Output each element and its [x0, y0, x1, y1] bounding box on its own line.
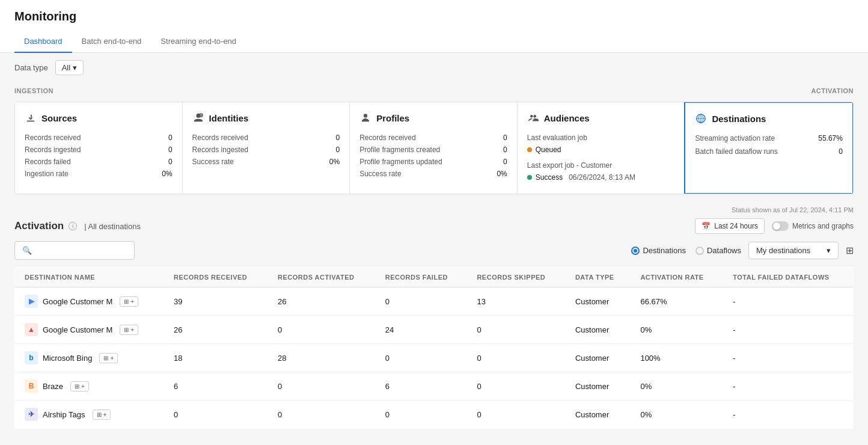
success-time: 06/26/2024, 8:13 AM [569, 173, 635, 182]
svg-point-4 [533, 115, 536, 118]
dest-name: Airship Tags [43, 410, 85, 419]
records-activated: 0 [268, 400, 376, 429]
total-failed-dataflows: - [723, 316, 853, 344]
sources-received-value: 0 [168, 134, 173, 142]
plus-icon: + [81, 383, 85, 390]
dest-name: Google Customer M [43, 325, 112, 334]
toolbar: Data type All ▾ [0, 53, 868, 82]
activation-title: Activation [14, 220, 64, 232]
metrics-toggle[interactable]: Metrics and graphs [772, 221, 854, 231]
identities-received-label: Records received [192, 134, 248, 142]
identities-rate-value: 0% [329, 158, 340, 166]
col-records-failed: RECORDS FAILED [376, 268, 468, 287]
dest-name: Microsoft Bing [43, 354, 92, 363]
destinations-card[interactable]: Destinations Streaming activation rate 5… [684, 102, 854, 194]
records-skipped: 0 [467, 400, 566, 429]
table-row[interactable]: ✈ Airship Tags ⊞ + 0 0 0 0 Customer 0% - [15, 400, 854, 429]
plus-icon: + [130, 298, 134, 305]
records-activated: 28 [268, 344, 376, 372]
sources-failed-label: Records failed [25, 158, 71, 166]
sources-icon [25, 112, 37, 124]
profiles-fragments-created-label: Profile fragments created [359, 146, 440, 154]
info-icon[interactable]: i [69, 222, 77, 230]
filter-icon: ⊞ [124, 327, 129, 333]
records-received: 26 [164, 316, 268, 344]
last-24-hours-button[interactable]: 📅 Last 24 hours [695, 218, 765, 234]
search-box[interactable]: 🔍 [14, 241, 135, 260]
plus-icon: + [103, 411, 107, 418]
tab-dashboard[interactable]: Dashboard [14, 31, 72, 53]
col-activation-rate: ACTIVATION RATE [631, 268, 723, 287]
sources-failed-value: 0 [168, 158, 173, 166]
dest-logo: B [25, 379, 38, 393]
records-failed: 0 [376, 287, 468, 316]
profiles-fragments-updated-value: 0 [503, 158, 507, 166]
records-activated: 0 [268, 372, 376, 400]
radio-destinations[interactable]: Destinations [631, 246, 686, 255]
profiles-title: Profiles [376, 113, 409, 123]
data-type: Customer [566, 372, 631, 400]
col-records-skipped: RECORDS SKIPPED [467, 268, 566, 287]
activation-label: ACTIVATION [811, 87, 854, 94]
dest-logo: ▶ [25, 295, 38, 308]
audiences-title: Audiences [544, 113, 590, 123]
activation-rate: 0% [631, 400, 723, 429]
my-destinations-dropdown[interactable]: My destinations ▾ [748, 242, 839, 259]
queued-status-text: Queued [536, 146, 561, 154]
destinations-radio-label: Destinations [643, 246, 686, 255]
audiences-card[interactable]: Audiences Last evaluation job Queued Las… [518, 102, 685, 194]
columns-icon[interactable]: ⊞ [846, 245, 854, 256]
identities-card[interactable]: Identities Records received 0 Records in… [183, 102, 350, 194]
dest-name-cell: b Microsoft Bing ⊞ + [25, 351, 154, 364]
filter-icon-button[interactable]: ⊞ + [93, 410, 111, 420]
records-received: 18 [164, 344, 268, 372]
queued-status-dot [527, 147, 532, 152]
destinations-radio-dot[interactable] [631, 247, 640, 255]
total-failed-dataflows: - [723, 372, 853, 400]
toggle-switch[interactable] [772, 221, 789, 231]
filter-icon-button[interactable]: ⊞ + [70, 381, 89, 391]
dataflows-radio-dot[interactable] [695, 247, 704, 255]
metrics-label: Metrics and graphs [792, 222, 854, 230]
tab-batch[interactable]: Batch end-to-end [72, 31, 151, 53]
destinations-table: DESTINATION NAME RECORDS RECEIVED RECORD… [14, 267, 854, 429]
profiles-fragments-created-value: 0 [503, 146, 507, 154]
table-row[interactable]: b Microsoft Bing ⊞ + 18 28 0 0 Customer … [15, 344, 854, 372]
page-title: Monitoring [14, 10, 854, 23]
total-failed-dataflows: - [723, 344, 853, 372]
col-total-failed: TOTAL FAILED DATAFLOWS [723, 268, 853, 287]
profiles-fragments-updated-label: Profile fragments updated [359, 158, 442, 166]
svg-point-3 [530, 115, 533, 118]
filter-icon: ⊞ [75, 383, 79, 390]
sources-card[interactable]: Sources Records received 0 Records inges… [15, 102, 183, 194]
activation-rate: 66.67% [631, 287, 723, 316]
filter-icon-button[interactable]: ⊞ + [99, 353, 118, 363]
table-row[interactable]: ▲ Google Customer M ⊞ + 26 0 24 0 Custom… [15, 316, 854, 344]
dest-name-cell: ▶ Google Customer M ⊞ + [25, 295, 154, 308]
dataflows-radio-label: Dataflows [707, 246, 741, 255]
profiles-received-label: Records received [359, 134, 415, 142]
dest-name-cell: ✈ Airship Tags ⊞ + [25, 408, 154, 421]
data-type: Customer [566, 316, 631, 344]
col-data-type: DATA TYPE [566, 268, 631, 287]
col-records-activated: RECORDS ACTIVATED [268, 268, 376, 287]
filter-icon-button[interactable]: ⊞ + [120, 296, 138, 307]
data-type-value: All [62, 63, 70, 72]
all-destinations-link[interactable]: | All destinations [84, 222, 141, 231]
dest-name: Braze [43, 382, 63, 391]
records-failed: 0 [376, 400, 468, 429]
col-records-received: RECORDS RECEIVED [164, 268, 268, 287]
activation-rate: 100% [631, 344, 723, 372]
tab-streaming[interactable]: Streaming end-to-end [151, 31, 246, 53]
radio-dataflows[interactable]: Dataflows [695, 246, 741, 255]
tab-bar: Dashboard Batch end-to-end Streaming end… [14, 31, 854, 52]
data-type: Customer [566, 287, 631, 316]
sources-rate-value: 0% [162, 170, 172, 178]
filter-icon: ⊞ [97, 411, 102, 418]
table-row[interactable]: B Braze ⊞ + 6 0 6 0 Customer 0% - [15, 372, 854, 400]
data-type-dropdown[interactable]: All ▾ [55, 60, 84, 75]
table-row[interactable]: ▶ Google Customer M ⊞ + 39 26 0 13 Custo… [15, 287, 854, 316]
search-input[interactable] [37, 246, 127, 255]
profiles-card[interactable]: Profiles Records received 0 Profile frag… [350, 102, 518, 194]
filter-icon-button[interactable]: ⊞ + [120, 325, 138, 335]
